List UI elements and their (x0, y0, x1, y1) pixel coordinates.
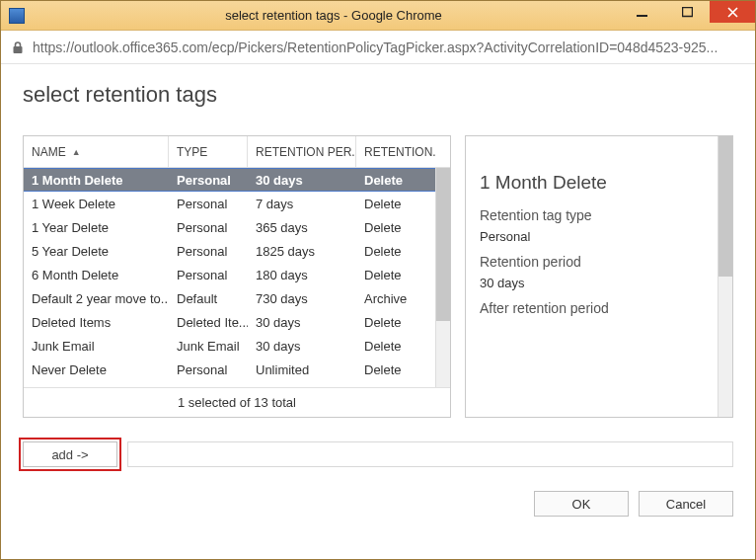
svg-rect-1 (682, 7, 692, 16)
detail-panel: 1 Month Delete Retention tag type Person… (465, 135, 733, 418)
cell-period: 30 days (248, 334, 356, 358)
table-row[interactable]: 1 Week DeletePersonal7 daysDelete (24, 192, 450, 215)
list-panel: NAME ▲ TYPE RETENTION PER... RETENTION..… (23, 135, 451, 418)
cell-name: Junk Email (24, 334, 169, 358)
add-row: add -> (23, 441, 733, 467)
detail-scrollbar[interactable] (718, 136, 732, 417)
cell-action: Delete (356, 358, 435, 381)
cell-period: 730 days (248, 286, 356, 310)
table-row[interactable]: Default 2 year move to...Default730 days… (24, 286, 450, 310)
scrollbar-thumb[interactable] (436, 168, 450, 321)
add-button[interactable]: add -> (23, 441, 117, 467)
detail-type-label: Retention tag type (480, 207, 709, 223)
cell-action: Delete (356, 310, 435, 334)
cell-action: Delete (356, 169, 435, 191)
cell-action: Delete (356, 334, 435, 358)
cell-type: Personal (169, 239, 248, 263)
cell-name: 1 Week Delete (24, 192, 169, 215)
cancel-button[interactable]: Cancel (639, 491, 733, 517)
app-icon (9, 8, 25, 24)
cell-period: 1825 days (248, 239, 356, 263)
table-row[interactable]: 5 Year DeletePersonal1825 daysDelete (24, 239, 450, 263)
cell-type: Deleted Ite... (169, 310, 248, 334)
maximize-icon (682, 7, 693, 18)
minimize-icon (637, 7, 647, 18)
cell-period: 180 days (248, 263, 356, 286)
cell-action: Delete (356, 215, 435, 239)
scrollbar-thumb[interactable] (718, 136, 732, 277)
maximize-button[interactable] (664, 1, 710, 23)
cell-type: Personal (169, 263, 248, 286)
cell-type: Personal (169, 358, 248, 381)
col-header-type[interactable]: TYPE (169, 136, 248, 167)
cell-period: 30 days (248, 169, 356, 191)
grid-header: NAME ▲ TYPE RETENTION PER... RETENTION..… (24, 136, 450, 168)
cell-type: Personal (169, 215, 248, 239)
minimize-button[interactable] (619, 1, 664, 23)
cell-action: Delete (356, 192, 435, 215)
detail-title: 1 Month Delete (480, 172, 709, 194)
list-footer: 1 selected of 13 total (24, 387, 450, 417)
table-row[interactable]: Deleted ItemsDeleted Ite...30 daysDelete (24, 310, 450, 334)
dialog-buttons: OK Cancel (23, 491, 733, 517)
cell-period: 365 days (248, 215, 356, 239)
cell-name: 1 Month Delete (24, 169, 169, 191)
detail-type-value: Personal (480, 229, 709, 244)
page-content: select retention tags NAME ▲ TYPE RETENT… (1, 64, 755, 559)
grid-body: 1 Month DeletePersonal30 daysDelete1 Wee… (24, 168, 450, 387)
svg-rect-2 (14, 46, 23, 53)
cell-name: Default 2 year move to... (24, 286, 169, 310)
titlebar: select retention tags - Google Chrome (1, 1, 755, 31)
cell-action: Archive (356, 286, 435, 310)
window-controls (619, 1, 755, 23)
ok-button[interactable]: OK (534, 491, 629, 517)
page-title: select retention tags (23, 82, 733, 108)
cell-action: Delete (356, 239, 435, 263)
cell-period: 7 days (248, 192, 356, 215)
cell-period: Unlimited (248, 358, 356, 381)
cell-type: Personal (169, 169, 248, 191)
list-scrollbar[interactable] (435, 168, 450, 387)
address-bar: https://outlook.office365.com/ecp/Picker… (1, 31, 755, 64)
col-header-period[interactable]: RETENTION PER... (248, 136, 356, 167)
cell-name: Deleted Items (24, 310, 169, 334)
add-input[interactable] (127, 441, 733, 467)
cell-type: Junk Email (169, 334, 248, 358)
cell-name: 5 Year Delete (24, 239, 169, 263)
detail-after-label: After retention period (480, 300, 709, 316)
close-icon (727, 7, 738, 18)
cell-period: 30 days (248, 310, 356, 334)
cell-type: Default (169, 286, 248, 310)
sort-asc-icon: ▲ (72, 147, 81, 157)
detail-period-label: Retention period (480, 254, 709, 270)
split-panel: NAME ▲ TYPE RETENTION PER... RETENTION..… (23, 135, 733, 418)
cell-action: Delete (356, 263, 435, 286)
cell-name: 1 Year Delete (24, 215, 169, 239)
detail-period-value: 30 days (480, 276, 709, 290)
table-row[interactable]: Never DeletePersonalUnlimitedDelete (24, 358, 450, 381)
cell-name: 6 Month Delete (24, 263, 169, 286)
table-row[interactable]: Junk EmailJunk Email30 daysDelete (24, 334, 450, 358)
col-header-name-label: NAME (32, 145, 66, 159)
window-title: select retention tags - Google Chrome (31, 8, 637, 23)
close-button[interactable] (710, 1, 755, 23)
chrome-window: select retention tags - Google Chrome ht… (0, 0, 756, 560)
table-row[interactable]: 1 Year DeletePersonal365 daysDelete (24, 215, 450, 239)
cell-type: Personal (169, 192, 248, 215)
url-text[interactable]: https://outlook.office365.com/ecp/Picker… (33, 40, 718, 55)
table-row[interactable]: 1 Month DeletePersonal30 daysDelete (24, 168, 450, 192)
table-row[interactable]: 6 Month DeletePersonal180 daysDelete (24, 263, 450, 286)
cell-name: Never Delete (24, 358, 169, 381)
col-header-action[interactable]: RETENTION... (356, 136, 435, 167)
lock-icon (11, 40, 25, 54)
col-header-name[interactable]: NAME ▲ (24, 136, 169, 167)
svg-rect-0 (637, 15, 647, 17)
